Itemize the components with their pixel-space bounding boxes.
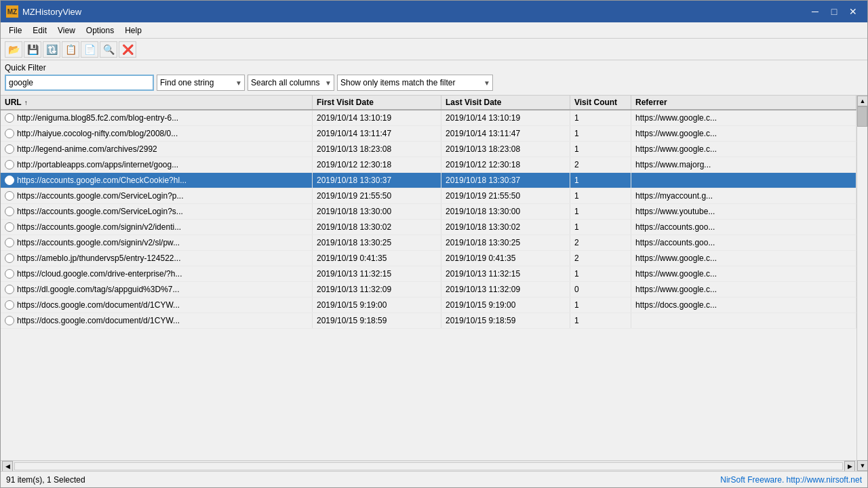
cell-last-visit: 2019/10/18 13:30:02: [441, 220, 570, 235]
menu-help[interactable]: Help: [119, 24, 147, 37]
menu-view[interactable]: View: [52, 24, 81, 37]
maximize-button[interactable]: □: [825, 5, 843, 18]
toolbar-open[interactable]: 📂: [5, 41, 22, 58]
main-window: MZ MZHistoryView ─ □ ✕ File Edit View Op…: [0, 0, 868, 488]
cell-first-visit: 2019/10/18 13:30:37: [313, 173, 441, 188]
cell-visit-count: 1: [570, 142, 631, 157]
col-header-url[interactable]: URL ↑: [1, 96, 313, 109]
cell-url: https://cloud.google.com/drive-enterpris…: [1, 266, 313, 281]
row-icon: [5, 129, 14, 138]
search-scope-select[interactable]: Search all columns URL First Visit Date …: [248, 75, 334, 91]
status-bar: 91 item(s), 1 Selected NirSoft Freeware.…: [1, 471, 867, 487]
cell-last-visit: 2019/10/15 9:18:59: [441, 313, 570, 328]
cell-url: https://ameblo.jp/thundervsp5/entry-1245…: [1, 251, 313, 266]
cell-first-visit: 2019/10/18 13:30:02: [313, 220, 441, 235]
cell-first-visit: 2019/10/12 12:30:18: [313, 157, 441, 172]
display-filter-select[interactable]: Show only items match the filter Mark it…: [337, 75, 493, 91]
table-row[interactable]: https://docs.google.com/document/d/1CYW.…: [1, 313, 856, 329]
cell-last-visit: 2019/10/19 21:55:50: [441, 188, 570, 203]
cell-url: https://accounts.google.com/signin/v2/id…: [1, 220, 313, 235]
table-row[interactable]: http://haiyue.cocolog-nifty.com/blog/200…: [1, 126, 856, 142]
quick-filter-label: Quick Filter: [5, 63, 863, 73]
cell-first-visit: 2019/10/14 13:10:19: [313, 110, 441, 125]
table-row[interactable]: https://accounts.google.com/signin/v2/sl…: [1, 235, 856, 251]
menu-file[interactable]: File: [3, 24, 27, 37]
menu-edit[interactable]: Edit: [27, 24, 52, 37]
col-header-last-visit[interactable]: Last Visit Date: [441, 96, 570, 109]
cell-first-visit: 2019/10/18 13:30:25: [313, 235, 441, 250]
close-button[interactable]: ✕: [844, 5, 862, 18]
row-icon: [5, 238, 14, 247]
search-input[interactable]: [5, 75, 154, 91]
hscroll-track[interactable]: [14, 462, 843, 470]
cell-last-visit: 2019/10/18 13:30:25: [441, 235, 570, 250]
table-row[interactable]: https://dl.google.com/tag/s/appguid%3D%7…: [1, 282, 856, 298]
col-header-first-visit[interactable]: First Visit Date: [313, 96, 441, 109]
table-row[interactable]: https://cloud.google.com/drive-enterpris…: [1, 266, 856, 282]
table-row[interactable]: http://portableapps.com/apps/internet/go…: [1, 157, 856, 173]
toolbar-copyselected[interactable]: 📄: [81, 41, 98, 58]
quick-filter-area: Quick Filter Find one string Find all st…: [1, 60, 867, 95]
title-bar: MZ MZHistoryView ─ □ ✕: [1, 1, 867, 22]
hscroll-bar[interactable]: ◀ ▶: [1, 460, 856, 471]
toolbar-refresh[interactable]: 🔃: [43, 41, 60, 58]
cell-last-visit: 2019/10/15 9:19:00: [441, 298, 570, 312]
row-icon: [5, 113, 14, 123]
vscroll-up[interactable]: ▲: [857, 96, 867, 106]
cell-first-visit: 2019/10/14 13:11:47: [313, 126, 441, 141]
cell-url: http://haiyue.cocolog-nifty.com/blog/200…: [1, 126, 313, 141]
vscroll-track[interactable]: [857, 106, 867, 460]
toolbar-copy[interactable]: 📋: [62, 41, 79, 58]
row-icon: [5, 144, 14, 154]
cell-first-visit: 2019/10/13 11:32:15: [313, 266, 441, 281]
quick-filter-row: Find one string Find all strings Regular…: [5, 75, 863, 91]
table-row[interactable]: https://accounts.google.com/CheckCookie?…: [1, 173, 856, 188]
cell-url: http://legend-anime.com/archives/2992: [1, 142, 313, 157]
cell-visit-count: 1: [570, 313, 631, 328]
cell-referrer: https://myaccount.g...: [631, 188, 856, 203]
minimize-button[interactable]: ─: [806, 5, 824, 18]
toolbar-delete[interactable]: ❌: [119, 41, 136, 58]
table-row[interactable]: https://accounts.google.com/ServiceLogin…: [1, 204, 856, 220]
table-row[interactable]: https://docs.google.com/document/d/1CYW.…: [1, 298, 856, 313]
cell-first-visit: 2019/10/15 9:18:59: [313, 313, 441, 328]
table-row[interactable]: http://legend-anime.com/archives/2992 20…: [1, 142, 856, 157]
cell-referrer: https://www.google.c...: [631, 251, 856, 266]
row-icon: [5, 207, 14, 216]
cell-referrer: https://accounts.goo...: [631, 235, 856, 250]
row-icon: [5, 160, 14, 169]
col-header-referrer[interactable]: Referrer: [631, 96, 856, 109]
toolbar-save[interactable]: 💾: [24, 41, 41, 58]
cell-url: http://portableapps.com/apps/internet/go…: [1, 157, 313, 172]
col-header-visit-count[interactable]: Visit Count: [570, 96, 631, 109]
hscroll-left[interactable]: ◀: [2, 461, 13, 472]
table-wrapper: URL ↑ First Visit Date Last Visit Date V…: [1, 96, 856, 471]
vscroll-bar: ▲ ▼: [856, 96, 867, 471]
vscroll-down[interactable]: ▼: [857, 460, 867, 471]
table-header: URL ↑ First Visit Date Last Visit Date V…: [1, 96, 856, 110]
cell-url: https://accounts.google.com/signin/v2/sl…: [1, 235, 313, 250]
cell-first-visit: 2019/10/19 0:41:35: [313, 251, 441, 266]
table-row[interactable]: http://eniguma.blog85.fc2.com/blog-entry…: [1, 110, 856, 126]
table-row[interactable]: https://accounts.google.com/signin/v2/id…: [1, 220, 856, 235]
table-row[interactable]: https://ameblo.jp/thundervsp5/entry-1245…: [1, 251, 856, 266]
menu-options[interactable]: Options: [81, 24, 119, 37]
cell-last-visit: 2019/10/14 13:10:19: [441, 110, 570, 125]
toolbar-find[interactable]: 🔍: [100, 41, 117, 58]
cell-url: http://eniguma.blog85.fc2.com/blog-entry…: [1, 110, 313, 125]
hscroll-right[interactable]: ▶: [844, 461, 855, 472]
row-icon: [5, 269, 14, 279]
vscroll-thumb[interactable]: [857, 106, 867, 127]
row-icon: [5, 222, 14, 232]
cell-visit-count: 2: [570, 251, 631, 266]
filter-mode-select[interactable]: Find one string Find all strings Regular…: [157, 75, 245, 91]
cell-referrer: https://www.youtube...: [631, 204, 856, 219]
cell-first-visit: 2019/10/19 21:55:50: [313, 188, 441, 203]
display-filter-wrapper: Show only items match the filter Mark it…: [337, 75, 493, 91]
cell-url: https://accounts.google.com/CheckCookie?…: [1, 173, 313, 188]
filter-mode-wrapper: Find one string Find all strings Regular…: [157, 75, 245, 91]
app-icon: MZ: [6, 5, 18, 18]
row-icon: [5, 253, 14, 263]
table-row[interactable]: https://accounts.google.com/ServiceLogin…: [1, 188, 856, 204]
window-title: MZHistoryView: [22, 7, 81, 17]
